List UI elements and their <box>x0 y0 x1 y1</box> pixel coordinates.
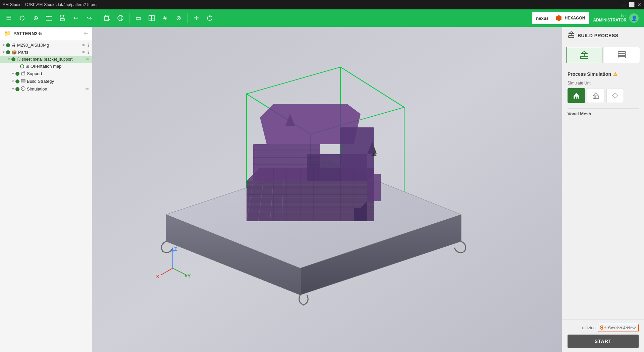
undo-btn[interactable]: ↩ <box>70 12 82 24</box>
voxel-mesh-section: Voxel Mesh <box>568 108 639 119</box>
tree-circle-parts <box>6 50 10 54</box>
parts-info-icon[interactable]: ℹ <box>88 50 89 55</box>
svg-point-30 <box>21 86 25 91</box>
parts-folder-icon: 📦 <box>11 50 17 55</box>
tree-circle-part <box>11 57 15 61</box>
simulation-eye-icon[interactable]: 👁 <box>85 87 89 92</box>
cube-btn[interactable] <box>101 12 113 24</box>
project-header: 📁 PATTERN2-5 ✏ <box>0 27 92 40</box>
svg-rect-9 <box>105 16 109 20</box>
maximize-btn[interactable]: ⬜ <box>629 2 635 7</box>
svg-rect-85 <box>569 36 574 38</box>
part-expand-icon: ▾ <box>8 57 10 61</box>
tree-part-label: sheet metal bracket_support <box>22 57 83 62</box>
project-folder-icon: 📁 <box>4 30 11 37</box>
part-icon: ⬡ <box>17 57 20 62</box>
build-process-icon <box>568 31 575 40</box>
orientation-icon: ⊞ <box>25 64 29 69</box>
add-btn[interactable]: ⊕ <box>30 12 42 24</box>
tree-area: ▾ 🖨 M290_AlSi10Mg 👁 ℹ ▾ 📦 Parts 👁 ℹ ▾ <box>0 40 92 352</box>
hexagon-text: HEXAGON <box>565 16 585 20</box>
tree-build-strategy[interactable]: ▾ Build Strategy <box>0 77 92 85</box>
user-icon[interactable]: 👤 <box>629 13 639 23</box>
tree-support[interactable]: ▾ Support <box>0 70 92 77</box>
sim-btn-1[interactable] <box>568 88 585 103</box>
process-simulation-title: Process Simulation ⚠ <box>568 71 639 77</box>
tree-part-item[interactable]: ▾ ⬡ sheet metal bracket_support 👁 <box>0 56 92 63</box>
left-panel: 📁 PATTERN2-5 ✏ ▾ 🖨 M290_AlSi10Mg 👁 ℹ ▾ 📦… <box>0 27 92 352</box>
sim-btn-3[interactable] <box>606 88 624 103</box>
transform-btn[interactable]: ✛ <box>190 12 202 24</box>
save-btn[interactable] <box>56 12 68 24</box>
tree-strategy-label: Build Strategy <box>27 79 89 84</box>
simulate-until-label: Simulate Until: <box>568 81 639 85</box>
simufact-s-plus: S+ <box>600 325 607 331</box>
svg-rect-93 <box>618 56 626 58</box>
right-content: Process Simulation ⚠ Simulate Until: <box>562 66 644 319</box>
sphere-btn[interactable] <box>114 12 126 24</box>
viewport[interactable]: Z Y X <box>92 27 562 352</box>
main-container: 📁 PATTERN2-5 ✏ ▾ 🖨 M290_AlSi10Mg 👁 ℹ ▾ 📦… <box>0 27 644 352</box>
svg-rect-91 <box>618 52 626 53</box>
simulation-icon <box>21 86 25 92</box>
machine-info-icon[interactable]: ℹ <box>88 43 89 48</box>
redo-btn[interactable]: ↪ <box>83 12 95 24</box>
edit-project-icon[interactable]: ✏ <box>84 31 88 36</box>
pointer-btn[interactable] <box>16 12 28 24</box>
svg-point-0 <box>20 16 24 20</box>
username: ADMINISTRATOR <box>593 18 627 22</box>
start-button[interactable]: START <box>568 335 639 348</box>
svg-rect-22 <box>21 73 25 75</box>
sep3 <box>187 13 187 23</box>
sep2 <box>129 13 129 23</box>
machine-eye-icon[interactable]: 👁 <box>82 43 86 48</box>
tree-circle-support <box>15 72 19 76</box>
hexagon-logo-icon <box>555 15 562 21</box>
svg-marker-99 <box>593 93 598 96</box>
sep1 <box>98 13 98 23</box>
svg-rect-46 <box>340 127 374 181</box>
tree-parts[interactable]: ▾ 📦 Parts 👁 ℹ <box>0 49 92 56</box>
hash-btn[interactable]: # <box>159 12 171 24</box>
lock-btn[interactable]: ⊗ <box>172 12 184 24</box>
sim-btn-2[interactable] <box>587 88 604 103</box>
tree-simulation[interactable]: ▾ Simulation 👁 <box>0 85 92 93</box>
close-btn[interactable]: ✕ <box>637 2 641 7</box>
support-icon <box>21 71 25 76</box>
tree-machine[interactable]: ▾ 🖨 M290_AlSi10Mg 👁 ℹ <box>0 42 92 49</box>
right-panel-header: BUILD PROCESS <box>562 27 644 44</box>
utilizing-row: utilizing S+ Simufact Additive <box>568 324 639 332</box>
tree-circle-orientation <box>20 64 24 68</box>
tab-layers[interactable] <box>604 47 640 63</box>
open-btn[interactable] <box>43 12 55 24</box>
strategy-icon <box>21 78 25 84</box>
rect-btn[interactable]: ▭ <box>132 12 144 24</box>
minimize-btn[interactable]: — <box>622 2 626 7</box>
machine-icon: 🖨 <box>11 43 16 48</box>
right-footer: utilizing S+ Simufact Additive START <box>562 319 644 352</box>
svg-rect-97 <box>577 97 578 99</box>
tree-circle-strategy <box>15 79 19 83</box>
scene-svg: Z Y X <box>92 27 562 352</box>
simufact-name: Simufact Additive <box>608 326 636 330</box>
tree-expand-icon: ▾ <box>3 43 5 47</box>
title-bar-controls[interactable]: — ⬜ ✕ <box>622 2 641 7</box>
tree-circle-machine <box>6 43 10 47</box>
menu-btn[interactable]: ☰ <box>3 12 15 24</box>
svg-marker-21 <box>556 15 561 21</box>
parts-eye-icon[interactable]: 👁 <box>82 50 86 55</box>
rotate-btn[interactable] <box>204 12 216 24</box>
svg-rect-18 <box>152 18 154 21</box>
svg-rect-92 <box>618 54 626 56</box>
svg-text:X: X <box>156 274 159 279</box>
part-eye-icon[interactable]: 👁 <box>85 57 89 62</box>
tab-build-settings[interactable] <box>566 47 602 63</box>
project-name: PATTERN2-5 <box>13 31 81 36</box>
tree-orientation[interactable]: ⊞ Orientation map <box>0 63 92 70</box>
tree-support-label: Support <box>27 71 89 76</box>
svg-rect-5 <box>46 17 52 21</box>
move-plane-btn[interactable] <box>146 12 158 24</box>
svg-rect-96 <box>575 97 576 99</box>
process-sim-label: Process Simulation <box>568 71 611 77</box>
svg-rect-88 <box>581 56 588 59</box>
